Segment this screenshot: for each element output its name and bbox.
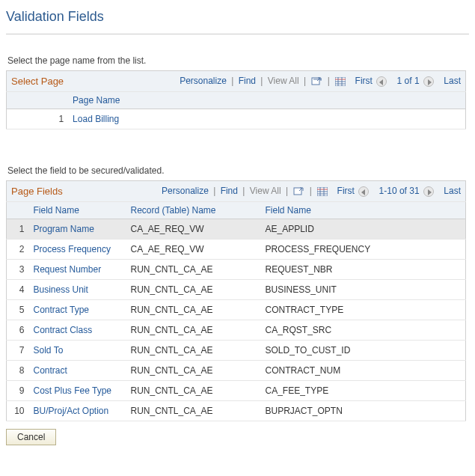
page-name-link[interactable]: Load Billing [68, 109, 465, 129]
record-name-cell: RUN_CNTL_CA_AE [126, 361, 261, 381]
separator: | [307, 186, 314, 196]
field-name-cell: PROCESS_FREQUENCY [261, 239, 466, 260]
personalize-link[interactable]: Personalize [180, 76, 227, 86]
col-page-name[interactable]: Page Name [68, 92, 465, 109]
record-name-cell: RUN_CNTL_CA_AE [126, 381, 261, 401]
col-field-label[interactable]: Field Name [29, 202, 126, 219]
separator: | [211, 186, 218, 196]
table-row: 2Process FrequencyCA_AE_REQ_VWPROCESS_FR… [7, 239, 466, 260]
table-row: 10BU/Proj/Act OptionRUN_CNTL_CA_AEBUPRJA… [7, 401, 466, 421]
zoom-icon[interactable] [311, 77, 322, 86]
field-name-cell: REQUEST_NBR [261, 260, 466, 280]
field-label-link[interactable]: Sold To [29, 341, 126, 361]
record-name-cell: RUN_CNTL_CA_AE [126, 260, 261, 280]
separator: | [301, 76, 308, 86]
field-name-cell: AE_APPLID [261, 219, 466, 239]
prev-icon[interactable] [376, 76, 387, 87]
page-fields-grid-title: Page Fields [7, 181, 126, 202]
spreadsheet-icon[interactable] [335, 77, 346, 86]
row-number: 8 [7, 361, 29, 381]
rownum-header [7, 202, 29, 219]
col-record-name[interactable]: Record (Table) Name [126, 202, 261, 219]
col-field-name[interactable]: Field Name [261, 202, 466, 219]
record-name-cell: CA_AE_REQ_VW [126, 219, 261, 239]
table-row: 6Contract ClassRUN_CNTL_CA_AECA_RQST_SRC [7, 320, 466, 341]
field-name-cell: CONTRACT_NUM [261, 361, 466, 381]
field-label-link[interactable]: Cost Plus Fee Type [29, 381, 126, 401]
row-number: 10 [7, 401, 29, 421]
nav-first[interactable]: First [331, 186, 355, 196]
table-row: 7Sold ToRUN_CNTL_CA_AESOLD_TO_CUST_ID [7, 341, 466, 361]
page-fields-grid: Page Fields Personalize | Find | View Al… [6, 180, 466, 421]
row-number: 6 [7, 320, 29, 341]
find-link[interactable]: Find [239, 76, 256, 86]
table-row: 9Cost Plus Fee TypeRUN_CNTL_CA_AECA_FEE_… [7, 381, 466, 401]
svg-rect-0 [312, 78, 319, 85]
view-all-link[interactable]: View All [268, 76, 299, 86]
title-divider [6, 34, 469, 34]
field-name-cell: BUSINESS_UNIT [261, 280, 466, 300]
row-number: 9 [7, 381, 29, 401]
table-row: 8ContractRUN_CNTL_CA_AECONTRACT_NUM [7, 361, 466, 381]
rownum-header [7, 92, 69, 109]
row-number: 1 [7, 109, 69, 129]
next-icon[interactable] [423, 76, 434, 87]
svg-rect-7 [294, 188, 301, 195]
personalize-link[interactable]: Personalize [162, 186, 209, 196]
zoom-icon[interactable] [293, 187, 304, 196]
field-label-link[interactable]: Request Number [29, 260, 126, 280]
page-title: Validation Fields [6, 9, 469, 28]
record-name-cell: RUN_CNTL_CA_AE [126, 341, 261, 361]
row-number: 5 [7, 300, 29, 320]
record-name-cell: RUN_CNTL_CA_AE [126, 280, 261, 300]
field-label-link[interactable]: Contract Class [29, 320, 126, 341]
field-name-cell: SOLD_TO_CUST_ID [261, 341, 466, 361]
field-label-link[interactable]: Business Unit [29, 280, 126, 300]
field-label-link[interactable]: Process Frequency [29, 239, 126, 260]
field-name-cell: CA_RQST_SRC [261, 320, 466, 341]
select-page-grid: Select Page Personalize | Find | View Al… [6, 70, 466, 129]
row-number: 3 [7, 260, 29, 280]
nav-last[interactable]: Last [438, 76, 461, 86]
row-number: 4 [7, 280, 29, 300]
separator: | [258, 76, 265, 86]
row-number: 1 [7, 219, 29, 239]
nav-last[interactable]: Last [438, 186, 461, 196]
record-name-cell: CA_AE_REQ_VW [126, 239, 261, 260]
separator: | [229, 76, 236, 86]
field-label-link[interactable]: Program Name [29, 219, 126, 239]
separator: | [240, 186, 247, 196]
field-label-link[interactable]: Contract [29, 361, 126, 381]
record-name-cell: RUN_CNTL_CA_AE [126, 320, 261, 341]
find-link[interactable]: Find [221, 186, 238, 196]
record-name-cell: RUN_CNTL_CA_AE [126, 300, 261, 320]
table-row: 5Contract TypeRUN_CNTL_CA_AECONTRACT_TYP… [7, 300, 466, 320]
field-name-cell: BUPRJACT_OPTN [261, 401, 466, 421]
nav-range: 1 of 1 [391, 76, 420, 86]
page-fields-prompt: Select the field to be secured/validated… [7, 165, 469, 176]
field-name-cell: CA_FEE_TYPE [261, 381, 466, 401]
next-icon[interactable] [423, 186, 434, 197]
field-name-cell: CONTRACT_TYPE [261, 300, 466, 320]
table-row: 4Business UnitRUN_CNTL_CA_AEBUSINESS_UNI… [7, 280, 466, 300]
row-number: 2 [7, 239, 29, 260]
record-name-cell: RUN_CNTL_CA_AE [126, 401, 261, 421]
table-row: 3Request NumberRUN_CNTL_CA_AEREQUEST_NBR [7, 260, 466, 280]
field-label-link[interactable]: BU/Proj/Act Option [29, 401, 126, 421]
spreadsheet-icon[interactable] [317, 187, 328, 196]
nav-range: 1-10 of 31 [373, 186, 420, 196]
table-row: 1 Load Billing [7, 109, 466, 129]
separator: | [325, 76, 332, 86]
select-page-grid-title: Select Page [7, 71, 69, 92]
nav-first[interactable]: First [349, 76, 373, 86]
view-all-link[interactable]: View All [250, 186, 281, 196]
table-row: 1Program NameCA_AE_REQ_VWAE_APPLID [7, 219, 466, 239]
prev-icon[interactable] [358, 186, 369, 197]
separator: | [284, 186, 290, 196]
field-label-link[interactable]: Contract Type [29, 300, 126, 320]
cancel-button[interactable]: Cancel [6, 429, 56, 445]
row-number: 7 [7, 341, 29, 361]
select-page-prompt: Select the page name from the list. [7, 55, 469, 66]
